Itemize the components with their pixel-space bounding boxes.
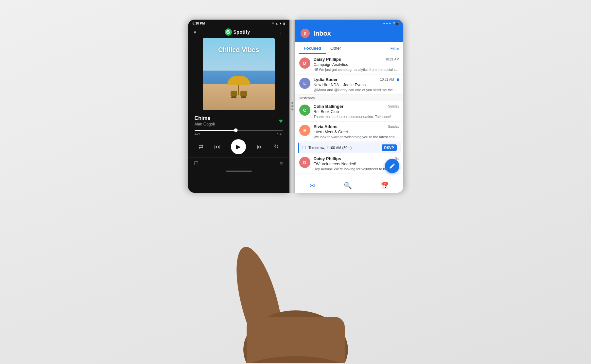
email-top-row-4: Elvia Atkins Sunday	[314, 124, 399, 129]
queue-icon[interactable]: ≡	[280, 160, 283, 166]
spotify-bottom-bar: □ ≡	[188, 157, 289, 169]
avatar-lydia: L	[299, 78, 310, 89]
song-info: Chime Alan Gogoll ♥	[188, 115, 289, 126]
calendar-icon: □	[303, 145, 306, 151]
email-item-2[interactable]: L Lydia Bauer 10:21 AM New Hire NDA – Ja…	[295, 74, 403, 95]
compose-icon	[389, 163, 395, 169]
avatar-elvia: E	[299, 125, 310, 136]
email-item-4[interactable]: E Elvia Atkins Sunday Intern Meet & Gree…	[295, 122, 403, 142]
email-top-row-5: Daisy Phillips Su	[314, 156, 399, 161]
email-item-3[interactable]: C Colin Ballinger Sunday Re: Book Club T…	[295, 101, 403, 122]
search-nav-icon[interactable]: 🔍	[344, 182, 352, 190]
email-top-row-1: Daisy Phillips 10:21 AM	[314, 57, 399, 62]
email-time-1: 10:21 AM	[385, 58, 399, 61]
chair-right	[240, 91, 247, 96]
chevron-down-icon[interactable]: ∨	[193, 29, 197, 35]
spotify-icon	[226, 30, 231, 34]
sender-name-2: Lydia Bauer	[314, 77, 338, 82]
more-menu-icon[interactable]: ⋮	[278, 28, 284, 36]
battery-icon: ▮	[283, 22, 285, 25]
email-preview-1: Hi! We just got campaign analytics from …	[314, 68, 399, 72]
email-subject-4: Intern Meet & Greet	[314, 130, 399, 134]
email-time-row-2: 10:21 AM	[380, 78, 399, 81]
status-time: 6:18 PM	[193, 22, 205, 25]
calendar-event: □ Tomorrow, 11:00 AM (30m) RSVP	[298, 142, 401, 153]
album-art-image: Chilled Vibes	[203, 38, 275, 110]
hinge-dot-3	[291, 108, 293, 110]
email-content-1: Daisy Phillips 10:21 AM Campaign Analyti…	[314, 57, 399, 72]
email-preview-2: @Mona and @Henry can one of you send me …	[314, 88, 399, 92]
user-avatar[interactable]: D	[301, 29, 310, 38]
spotify-header: ∨ Spotify ⋮	[188, 26, 289, 38]
repeat-button[interactable]: ↻	[274, 143, 279, 150]
email-header: D Inbox	[295, 26, 403, 42]
email-preview-4: We look forward to welcoming you to the …	[314, 135, 399, 139]
email-screen: . ▲▲▲ ▼ ▮ D Inbox Focused Other Filter	[295, 20, 403, 193]
rsvp-button[interactable]: RSVP	[382, 144, 397, 151]
avatar-daisy-2: D	[299, 157, 310, 168]
wifi-icon: ▼	[279, 22, 282, 25]
prev-button[interactable]: ⏮	[214, 143, 220, 150]
email-subject-2: New Hire NDA – Jamie Evans	[314, 83, 399, 87]
connect-devices-icon[interactable]: □	[195, 160, 198, 167]
hand-svg	[227, 193, 364, 363]
spotify-app-name: Spotify	[234, 29, 250, 35]
next-button[interactable]: ⏭	[257, 143, 263, 150]
email-content-3: Colin Ballinger Sunday Re: Book Club Tha…	[314, 104, 399, 119]
email-item-1[interactable]: D Daisy Phillips 10:21 AM Campaign Analy…	[295, 54, 403, 74]
svg-rect-2	[247, 317, 345, 363]
email-tabs: Focused Other	[299, 43, 346, 54]
sender-name-5: Daisy Phillips	[314, 156, 341, 161]
email-content-4: Elvia Atkins Sunday Intern Meet & Greet …	[314, 124, 399, 139]
album-title: Chilled Vibes	[203, 46, 275, 54]
mail-nav-icon[interactable]: ✉	[309, 182, 315, 190]
shuffle-button[interactable]: ⇄	[199, 143, 203, 150]
inbox-title: Inbox	[314, 30, 331, 37]
spotify-status-bar: 6:18 PM ✉ ▲ ▼ ▮	[188, 20, 289, 26]
message-icon: ✉	[272, 22, 274, 25]
hinge-dot-1	[291, 102, 293, 104]
home-indicator-left	[226, 171, 252, 172]
progress-times: 2:07 4:27	[195, 132, 283, 135]
tab-other[interactable]: Other	[326, 43, 346, 54]
email-top-row-3: Colin Ballinger Sunday	[314, 104, 399, 109]
device-wrapper: 6:18 PM ✉ ▲ ▼ ▮ ∨ Spotify	[188, 20, 403, 193]
album-art: Chilled Vibes	[203, 38, 275, 110]
email-time-4: Sunday	[388, 125, 399, 128]
avatar-colin: C	[299, 105, 310, 116]
calendar-event-text: Tomorrow, 11:00 AM (30m)	[308, 146, 379, 150]
progress-fill	[195, 130, 236, 131]
calendar-nav-icon[interactable]: 📅	[381, 182, 389, 190]
total-time: 4:27	[277, 132, 283, 135]
front-camera	[395, 22, 399, 25]
sender-name-1: Daisy Phillips	[314, 57, 341, 62]
email-tab-bar: Focused Other Filter	[295, 42, 403, 54]
avatar-daisy-1: D	[299, 58, 310, 69]
progress-scrubber[interactable]	[234, 128, 238, 132]
spotify-logo: Spotify	[225, 28, 250, 36]
device-hinge	[289, 20, 295, 193]
email-time-3: Sunday	[388, 105, 399, 108]
progress-container: 2:07 4:27	[188, 128, 289, 137]
unread-indicator-2	[397, 78, 399, 81]
progress-bar[interactable]	[195, 130, 283, 131]
filter-button[interactable]: Filter	[391, 46, 399, 51]
email-list: D Daisy Phillips 10:21 AM Campaign Analy…	[295, 54, 403, 174]
hinge-dot-2	[291, 105, 293, 107]
email-content-2: Lydia Bauer 10:21 AM New Hire NDA – Jami…	[314, 77, 399, 92]
sender-name-4: Elvia Atkins	[314, 124, 338, 129]
play-button[interactable]: ▶	[231, 139, 246, 154]
signal-icon: ▲	[275, 22, 278, 25]
playback-controls: ⇄ ⏮ ▶ ⏭ ↻	[188, 137, 289, 157]
favorite-icon[interactable]: ♥	[279, 117, 283, 125]
song-artist: Alan Gogoll	[195, 122, 215, 126]
song-title: Chime	[195, 115, 215, 121]
compose-button[interactable]	[385, 159, 399, 173]
scene: 6:18 PM ✉ ▲ ▼ ▮ ∨ Spotify	[0, 0, 591, 364]
current-time: 2:07	[195, 132, 200, 135]
tab-focused[interactable]: Focused	[299, 43, 326, 54]
beach-chairs	[231, 91, 247, 96]
email-top-row-2: Lydia Bauer 10:21 AM	[314, 77, 399, 82]
email-preview-3: Thanks for the book recommendation. Talk…	[314, 115, 399, 119]
beach-umbrella	[227, 76, 250, 92]
